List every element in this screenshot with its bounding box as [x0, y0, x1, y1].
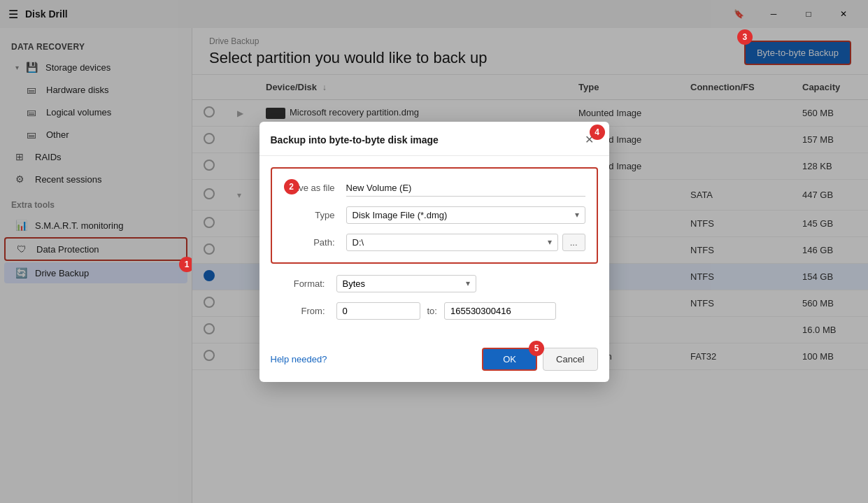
format-label: Format:	[273, 278, 336, 289]
format-row: Format: Bytes ▾	[271, 275, 598, 292]
annotation-badge-5: 5	[529, 341, 544, 356]
from-label: From:	[273, 306, 336, 316]
dialog-overlay: Backup into byte-to-byte disk image ✕ 4 …	[0, 0, 868, 503]
to-label: to:	[420, 306, 444, 316]
annotation-badge-3: 3	[737, 29, 753, 45]
to-input[interactable]	[444, 302, 556, 320]
type-label: Type	[283, 210, 346, 220]
path-select[interactable]: D:\ ▾	[346, 234, 558, 251]
dialog-title-text: Backup into byte-to-byte disk image	[271, 134, 439, 146]
path-wrapper: D:\ ▾ ...	[346, 234, 585, 251]
save-as-input[interactable]	[346, 180, 585, 197]
annotation-badge-4: 4	[590, 125, 605, 140]
browse-button[interactable]: ...	[562, 234, 585, 251]
dialog-title-bar: Backup into byte-to-byte disk image ✕ 4	[259, 122, 609, 156]
dialog-body: Save as file Type Disk Image File (*.dmg…	[259, 156, 609, 341]
type-dropdown-icon: ▾	[575, 210, 579, 220]
type-value: Disk Image File (*.dmg)	[353, 210, 575, 220]
from-to-row: From: to:	[271, 302, 598, 320]
type-row: Type Disk Image File (*.dmg) ▾	[283, 206, 585, 224]
path-dropdown-icon: ▾	[548, 237, 552, 247]
format-value: Bytes	[343, 278, 466, 289]
annotation-badge-2: 2	[284, 179, 299, 194]
format-dropdown-icon: ▾	[466, 278, 470, 288]
cancel-button[interactable]: Cancel	[543, 348, 597, 371]
form-section: Save as file Type Disk Image File (*.dmg…	[271, 167, 598, 264]
save-as-row: Save as file	[283, 180, 585, 197]
backup-dialog: Backup into byte-to-byte disk image ✕ 4 …	[259, 122, 609, 382]
path-label: Path:	[283, 237, 346, 248]
path-value: D:\	[353, 237, 548, 248]
type-select[interactable]: Disk Image File (*.dmg) ▾	[346, 206, 585, 224]
format-select[interactable]: Bytes ▾	[336, 275, 476, 292]
ok-btn-wrapper: OK 5	[482, 348, 537, 371]
dialog-footer: Help needed? OK 5 Cancel	[259, 341, 609, 382]
annotation-badge-1: 1	[179, 257, 192, 272]
help-link[interactable]: Help needed?	[271, 354, 327, 364]
footer-buttons: OK 5 Cancel	[482, 348, 597, 371]
path-row: Path: D:\ ▾ ...	[283, 234, 585, 251]
from-input[interactable]	[336, 302, 420, 320]
close-btn-wrapper: ✕ 4	[581, 132, 598, 148]
